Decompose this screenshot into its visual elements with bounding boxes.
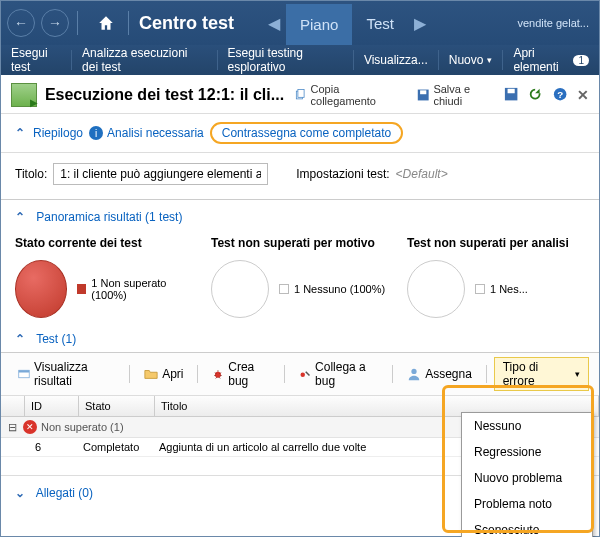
- analysis-link[interactable]: Analisi necessaria: [107, 126, 204, 140]
- stat1-heading: Stato corrente dei test: [15, 236, 193, 250]
- refresh-icon[interactable]: [528, 87, 542, 103]
- cell-state: Completato: [79, 441, 155, 453]
- stat3-heading: Test non superati per analisi: [407, 236, 585, 250]
- svg-rect-3: [420, 90, 426, 94]
- title-row: Titolo: Impostazioni test: <Default>: [1, 153, 599, 200]
- pie-current-state: [15, 260, 67, 318]
- tab-test[interactable]: Test: [352, 1, 408, 45]
- cmd-exploratory[interactable]: Esegui testing esplorativo: [218, 50, 354, 70]
- top-nav: ← → Centro test ◀ Piano Test ▶ vendite g…: [1, 1, 599, 45]
- results-section-header: ⌃ Panoramica risultati (1 test): [1, 200, 599, 230]
- title-label: Titolo:: [15, 167, 47, 181]
- svg-point-12: [412, 369, 417, 374]
- error-menu-item-known[interactable]: Problema noto: [462, 491, 592, 517]
- error-type-menu: Nessuno Regressione Nuovo problema Probl…: [461, 412, 593, 537]
- collapse-tests-icon[interactable]: ⌃: [15, 332, 25, 346]
- collapse-summary-icon[interactable]: ⌃: [15, 126, 25, 140]
- col-state[interactable]: Stato: [79, 396, 155, 416]
- save-close-button[interactable]: Salva e chiudi: [417, 83, 494, 107]
- svg-rect-1: [298, 90, 304, 98]
- tab-next-icon[interactable]: ▶: [414, 14, 426, 33]
- mark-complete-pill[interactable]: Contrassegna come completato: [210, 122, 403, 144]
- tests-section-link[interactable]: Test (1): [36, 332, 76, 346]
- save-icon[interactable]: [504, 87, 518, 103]
- legend-analysis: 1 Nes...: [475, 283, 528, 295]
- view-results-button[interactable]: Visualizza risultati: [11, 357, 122, 391]
- pie-by-reason: [211, 260, 269, 318]
- open-button[interactable]: Apri: [137, 364, 190, 384]
- cmd-new[interactable]: Nuovo: [439, 50, 504, 70]
- group-label: Non superato (1): [41, 421, 124, 433]
- settings-value[interactable]: <Default>: [396, 167, 448, 181]
- cell-id: 6: [25, 441, 79, 453]
- help-icon[interactable]: ?: [553, 87, 567, 103]
- tab-prev-icon[interactable]: ◀: [268, 14, 280, 33]
- tab-piano[interactable]: Piano: [286, 1, 352, 45]
- assign-button[interactable]: Assegna: [400, 364, 479, 384]
- open-items-count: 1: [573, 55, 589, 66]
- mark-complete-link[interactable]: Contrassegna come completato: [222, 126, 391, 140]
- app-title: Centro test: [139, 13, 234, 34]
- title-input[interactable]: [53, 163, 268, 185]
- pie-by-analysis: [407, 260, 465, 318]
- separator: [77, 11, 78, 35]
- command-bar: Esegui test Analizza esecuzioni dei test…: [1, 45, 599, 75]
- document-header: Esecuzione dei test 12:1: il cli... Copi…: [1, 75, 599, 114]
- error-type-dropdown[interactable]: Tipo di errore: [494, 357, 589, 391]
- svg-point-11: [301, 373, 305, 377]
- cmd-open-items[interactable]: Apri elementi1: [503, 46, 599, 74]
- results-section-link[interactable]: Panoramica risultati (1 test): [36, 210, 182, 224]
- attachments-link[interactable]: Allegati (0): [36, 486, 93, 500]
- svg-rect-9: [19, 370, 29, 372]
- document-title: Esecuzione dei test 12:1: il cli...: [45, 86, 284, 104]
- svg-point-10: [215, 372, 221, 378]
- svg-rect-5: [508, 89, 515, 93]
- error-menu-item-regression[interactable]: Regressione: [462, 439, 592, 465]
- collapse-results-icon[interactable]: ⌃: [15, 210, 25, 224]
- expand-attachments-icon[interactable]: ⌄: [15, 486, 25, 500]
- cmd-view[interactable]: Visualizza...: [354, 50, 439, 70]
- col-id[interactable]: ID: [25, 396, 79, 416]
- collapse-group-icon[interactable]: ⊟: [5, 421, 19, 434]
- expand-column[interactable]: [1, 396, 25, 416]
- failed-icon: ✕: [23, 420, 37, 434]
- test-run-icon: [11, 83, 37, 107]
- results-stats: Stato corrente dei test 1 Non superato (…: [1, 230, 599, 328]
- back-button[interactable]: ←: [7, 9, 35, 37]
- error-menu-item-none[interactable]: Nessuno: [462, 413, 592, 439]
- tab-label: Piano: [300, 16, 338, 33]
- legend-none: 1 Nessuno (100%): [279, 283, 385, 295]
- summary-link[interactable]: Riepilogo: [33, 126, 83, 140]
- close-icon[interactable]: ✕: [577, 87, 589, 103]
- tests-section-header: ⌃ Test (1): [1, 328, 599, 352]
- info-icon[interactable]: i: [89, 126, 103, 140]
- forward-button[interactable]: →: [41, 9, 69, 37]
- home-button[interactable]: [92, 9, 120, 37]
- stat2-heading: Test non superati per motivo: [211, 236, 389, 250]
- cmd-run-tests[interactable]: Esegui test: [1, 50, 72, 70]
- tests-toolbar: Visualizza risultati Apri Crea bug Colle…: [1, 352, 599, 396]
- project-name[interactable]: vendite gelat...: [517, 17, 599, 29]
- create-bug-button[interactable]: Crea bug: [205, 357, 277, 391]
- error-menu-item-new[interactable]: Nuovo problema: [462, 465, 592, 491]
- summary-row: ⌃ Riepilogo i Analisi necessaria Contras…: [1, 114, 599, 152]
- error-menu-item-unknown[interactable]: Sconosciuto: [462, 517, 592, 537]
- svg-text:?: ?: [557, 89, 563, 100]
- link-bug-button[interactable]: Collega a bug: [292, 357, 385, 391]
- separator: [128, 11, 129, 35]
- legend-failed: 1 Non superato (100%): [77, 277, 193, 301]
- tab-label: Test: [366, 15, 394, 32]
- cmd-analyze[interactable]: Analizza esecuzioni dei test: [72, 50, 217, 70]
- settings-label: Impostazioni test:: [296, 167, 389, 181]
- copy-link-button[interactable]: Copia collegamento: [294, 83, 397, 107]
